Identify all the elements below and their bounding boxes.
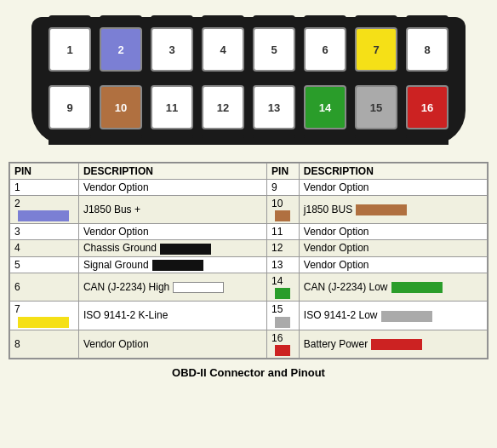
pin-13: 13 xyxy=(253,85,295,129)
pin-16: 16 xyxy=(406,85,448,129)
notch xyxy=(151,135,193,145)
notch xyxy=(355,135,397,145)
notch xyxy=(253,15,295,26)
pins-bottom-row: 9 10 11 12 13 14 15 16 xyxy=(49,85,448,129)
notch xyxy=(100,15,142,26)
pin-left-2: 2 xyxy=(10,196,79,224)
table-row: 1Vendor Option9Vendor Option xyxy=(10,180,488,196)
desc-right-13: Vendor Option xyxy=(299,256,487,273)
desc-right-12: Vendor Option xyxy=(299,240,487,256)
notch xyxy=(355,15,397,26)
table-header-0: PIN xyxy=(10,164,79,180)
notch xyxy=(406,135,448,145)
notch xyxy=(49,135,91,145)
connector-diagram: 1 2 3 4 5 6 7 8 9 10 11 12 13 14 xyxy=(0,0,497,158)
desc-right-9: Vendor Option xyxy=(299,180,487,196)
desc-left-2: J1850 Bus + xyxy=(78,196,266,224)
table-row: 4Chassis Ground12Vendor Option xyxy=(10,240,488,256)
pin-3: 3 xyxy=(151,27,193,72)
table-row: 3Vendor Option11Vendor Option xyxy=(10,224,488,240)
pin-10: 10 xyxy=(100,85,142,129)
desc-left-1: Vendor Option xyxy=(78,180,266,196)
pin-6: 6 xyxy=(304,27,346,72)
pin-left-4: 4 xyxy=(10,240,79,256)
notch xyxy=(253,135,295,145)
table-header-1: DESCRIPTION xyxy=(78,164,266,180)
pin-right-16: 16 xyxy=(267,330,300,358)
desc-right-14: CAN (J-2234) Low xyxy=(299,273,487,301)
pin-right-14: 14 xyxy=(267,273,300,301)
table-row: 2J1850 Bus +10j1850 BUS xyxy=(10,196,488,224)
table-row: 5Signal Ground13Vendor Option xyxy=(10,256,488,273)
notch-bottom-row xyxy=(49,135,448,145)
pin-right-9: 9 xyxy=(267,180,300,196)
pin-right-15: 15 xyxy=(267,302,300,330)
pin-14: 14 xyxy=(304,85,346,129)
pin-15: 15 xyxy=(355,85,397,129)
notch xyxy=(151,15,193,26)
desc-right-11: Vendor Option xyxy=(299,224,487,240)
desc-right-16: Battery Power xyxy=(299,330,487,358)
table-header-2: PIN xyxy=(267,164,300,180)
desc-right-15: ISO 9141-2 Low xyxy=(299,302,487,330)
pin-left-7: 7 xyxy=(10,302,79,330)
pin-right-13: 13 xyxy=(267,256,300,273)
notch xyxy=(202,15,244,26)
pin-8: 8 xyxy=(406,27,448,72)
notch xyxy=(304,15,346,26)
pin-left-5: 5 xyxy=(10,256,79,273)
pin-1: 1 xyxy=(49,27,91,72)
desc-left-6: CAN (J-2234) High xyxy=(78,273,266,301)
notch xyxy=(49,15,91,26)
pin-left-6: 6 xyxy=(10,273,79,301)
pin-5: 5 xyxy=(253,27,295,72)
desc-left-4: Chassis Ground xyxy=(78,240,266,256)
desc-left-3: Vendor Option xyxy=(78,224,266,240)
pins-top-row: 1 2 3 4 5 6 7 8 xyxy=(49,27,448,72)
table-row: 7ISO 9141-2 K-Line15ISO 9141-2 Low xyxy=(10,302,488,330)
table-header-3: DESCRIPTION xyxy=(299,164,487,180)
notch xyxy=(100,135,142,145)
pin-left-8: 8 xyxy=(10,330,79,358)
desc-left-5: Signal Ground xyxy=(78,256,266,273)
notch xyxy=(406,15,448,26)
pin-11: 11 xyxy=(151,85,193,129)
desc-right-10: j1850 BUS xyxy=(299,196,487,224)
pin-7: 7 xyxy=(355,27,397,72)
pin-left-1: 1 xyxy=(10,180,79,196)
notch-top-row xyxy=(49,15,448,26)
pin-right-11: 11 xyxy=(267,224,300,240)
desc-left-8: Vendor Option xyxy=(78,330,266,358)
connector-wrap: 1 2 3 4 5 6 7 8 9 10 11 12 13 14 xyxy=(23,9,474,153)
notch xyxy=(202,135,244,145)
pin-left-3: 3 xyxy=(10,224,79,240)
caption: OBD-II Connector and Pinout xyxy=(0,363,497,382)
pin-12: 12 xyxy=(202,85,244,129)
pin-right-12: 12 xyxy=(267,240,300,256)
pin-2: 2 xyxy=(100,27,142,72)
pin-9: 9 xyxy=(49,85,91,129)
table-row: 6CAN (J-2234) High14CAN (J-2234) Low xyxy=(10,273,488,301)
table-row: 8Vendor Option16Battery Power xyxy=(10,330,488,358)
pin-right-10: 10 xyxy=(267,196,300,224)
notch xyxy=(304,135,346,145)
desc-left-7: ISO 9141-2 K-Line xyxy=(78,302,266,330)
pin-4: 4 xyxy=(202,27,244,72)
pinout-table: PINDESCRIPTIONPINDESCRIPTION1Vendor Opti… xyxy=(9,163,488,359)
pinout-table-container: PINDESCRIPTIONPINDESCRIPTION1Vendor Opti… xyxy=(9,162,488,359)
